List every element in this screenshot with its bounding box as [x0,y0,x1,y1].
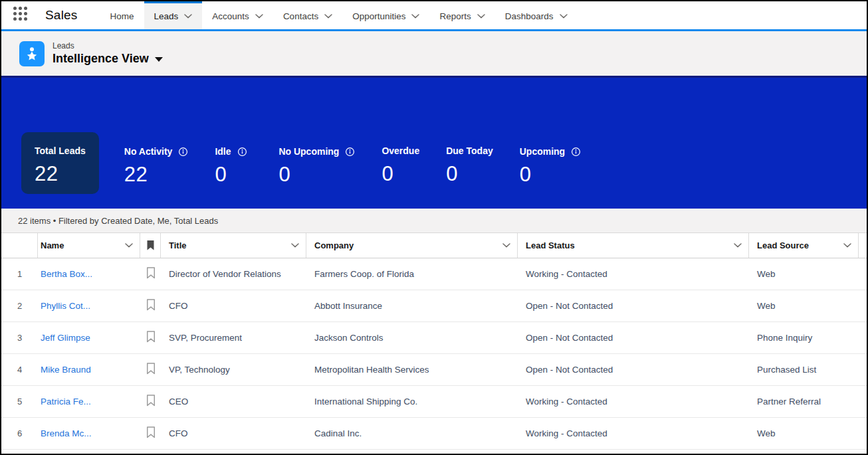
lead-source-cell: Purchased List [749,354,859,385]
nav-tab[interactable]: Leads [144,1,203,29]
chevron-down-icon[interactable] [502,243,510,248]
column-header-company[interactable]: Company [306,233,518,258]
chevron-down-icon[interactable] [125,243,133,248]
row-number: 2 [1,290,38,321]
table-row[interactable]: 2 Phyllis Cot... CFO Abbott Insurance Op… [1,290,867,322]
nav-tab-label: Reports [439,11,471,21]
column-label: Lead Status [526,240,734,250]
table-row[interactable]: 5 Patricia Fe... CEO International Shipp… [1,386,867,418]
row-number: 6 [1,418,38,449]
row-filler [859,386,868,417]
table-body: 1 Bertha Box... Director of Vendor Relat… [1,258,867,450]
lead-name-link[interactable]: Phyllis Cot... [41,301,90,311]
nav-tab-label: Dashboards [505,11,554,21]
chevron-down-icon[interactable] [255,14,263,19]
metric-value: 0 [520,163,581,187]
info-icon[interactable] [237,147,247,157]
metric-card[interactable]: No Upcoming 0 [277,134,356,187]
chevron-down-icon[interactable] [560,14,568,19]
lead-company-cell: Cadinal Inc. [306,418,518,449]
info-icon[interactable] [178,147,188,157]
info-icon[interactable] [571,147,581,157]
lead-company-cell: Metropolitan Health Services [306,354,518,385]
chevron-down-icon[interactable] [291,243,299,248]
lead-name-link[interactable]: Mike Braund [41,365,91,375]
row-number: 5 [1,386,38,417]
metric-card[interactable]: No Activity 22 [123,134,190,187]
chevron-down-icon[interactable] [734,243,742,248]
filter-summary-text: 22 items • Filtered by Created Date, Me,… [18,216,218,226]
metric-value: 0 [446,162,493,186]
column-header-name[interactable]: Name [38,233,140,258]
column-header-lead-status[interactable]: Lead Status [518,233,749,258]
metric-card[interactable]: Idle 0 [213,134,253,187]
lead-source-cell: Partner Referral [749,386,859,417]
bookmark-icon[interactable] [146,267,156,281]
column-header-lead-source[interactable]: Lead Source [749,233,859,258]
table-row[interactable]: 1 Bertha Box... Director of Vendor Relat… [1,258,867,290]
header-filler [859,233,868,258]
lead-name-link[interactable]: Bertha Box... [41,269,92,279]
app-name: Sales [45,8,78,23]
bookmark-icon[interactable] [146,395,156,409]
page-header: Leads Intelligence View [1,31,867,76]
view-dropdown-icon[interactable] [155,57,163,62]
nav-tab[interactable]: Reports [429,1,494,29]
metric-value: 22 [124,163,189,187]
nav-tab[interactable]: Accounts [202,1,273,29]
nav-tab-label: Home [110,11,134,21]
bookmark-icon[interactable] [146,426,156,440]
table-row[interactable]: 4 Mike Braund VP, Technology Metropolita… [1,354,867,386]
view-selector[interactable]: Intelligence View [53,52,163,66]
nav-tab[interactable]: Opportunities [342,1,429,29]
column-label: Company [314,240,502,250]
app-launcher-icon[interactable] [13,7,31,24]
row-filler [859,290,868,321]
metric-card[interactable]: Upcoming 0 [518,134,582,187]
metric-card[interactable]: Due Today 0 [445,134,494,186]
leads-intelligence-view-page: { "nav": { "app_name": "Sales", "tabs": … [0,0,868,455]
metric-card[interactable]: Total Leads 22 [21,132,99,194]
bookmark-icon [146,240,155,251]
metric-label: No Activity [124,146,173,157]
leads-object-icon [19,41,45,66]
nav-tab-label: Opportunities [352,11,405,21]
table-row[interactable]: 3 Jeff Glimpse SVP, Procurement Jackson … [1,322,867,354]
nav-tab-label: Leads [154,11,179,21]
row-filler [859,418,868,449]
column-header-title[interactable]: Title [161,233,306,258]
row-number-column-header [1,233,38,258]
lead-title-cell: Director of Vendor Relations [161,258,306,290]
column-label: Lead Source [757,240,843,250]
nav-tab[interactable]: Contacts [273,1,342,29]
bookmark-icon[interactable] [146,299,156,313]
chevron-down-icon[interactable] [184,14,192,19]
nav-tab[interactable]: Home [100,1,144,29]
chevron-down-icon[interactable] [843,243,851,248]
nav-tab[interactable]: Dashboards [495,1,578,29]
metric-label: Total Leads [35,145,86,156]
bookmark-icon[interactable] [146,363,156,377]
chevron-down-icon[interactable] [324,14,332,19]
lead-name-link[interactable]: Jeff Glimpse [41,333,90,343]
lead-status-cell: Open - Not Contacted [518,354,749,385]
lead-name-link[interactable]: Brenda Mc... [41,428,92,438]
bookmark-column-header[interactable] [140,233,161,258]
nav-tab-label: Accounts [212,11,249,21]
metric-label: Due Today [446,145,493,156]
lead-status-cell: Working - Contacted [518,418,749,449]
chevron-down-icon[interactable] [477,14,485,19]
metric-card[interactable]: Overdue 0 [380,134,421,186]
lead-name-link[interactable]: Patricia Fe... [41,397,91,407]
list-view-summary-bar: 22 items • Filtered by Created Date, Me,… [1,209,867,233]
lead-status-cell: Open - Not Contacted [518,290,749,321]
metric-label: Overdue [381,145,419,156]
column-label: Name [41,240,125,250]
table-row[interactable]: 6 Brenda Mc... CFO Cadinal Inc. Working … [1,418,867,450]
info-icon[interactable] [345,147,355,157]
lead-title-cell: CEO [161,386,306,417]
row-filler [859,322,868,353]
row-number: 3 [1,322,38,353]
chevron-down-icon[interactable] [411,14,419,19]
bookmark-icon[interactable] [146,331,156,345]
